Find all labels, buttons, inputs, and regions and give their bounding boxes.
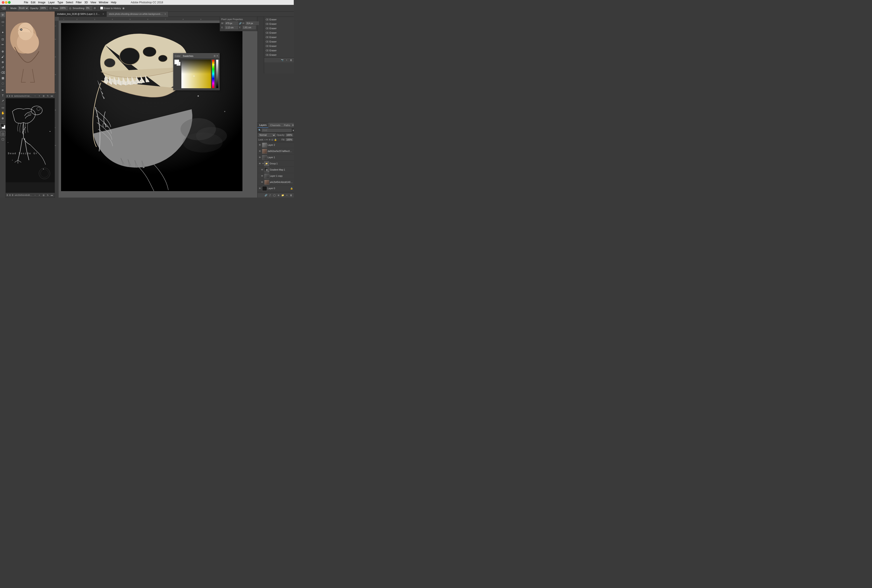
layer-item-gradient[interactable]: 👁 ▦ Gradient Map 1	[258, 167, 294, 173]
layer-eye-layer2[interactable]: 👁	[258, 144, 261, 147]
history-item-0[interactable]: ⌫ Eraser	[264, 17, 294, 22]
new-snapshot-btn[interactable]: 📷	[280, 58, 284, 62]
zoom-in-btn-b[interactable]: +	[37, 194, 41, 197]
zoom-tool[interactable]: ⊕	[0, 116, 5, 121]
smoothing-input[interactable]	[85, 6, 92, 10]
swatches-tab[interactable]: Swatches	[183, 55, 193, 57]
add-layer-btn[interactable]: +	[285, 194, 289, 197]
minimize-btn[interactable]	[5, 1, 7, 4]
zoom-in-btn[interactable]: +	[37, 94, 41, 98]
layer-eye-gradient[interactable]: 👁	[261, 168, 264, 171]
menu-filter[interactable]: Filter	[76, 1, 82, 4]
delete-state-btn[interactable]: 🗑	[289, 58, 293, 62]
history-item-6[interactable]: ⌫ Eraser	[264, 44, 294, 48]
hue-slider[interactable]	[212, 60, 214, 88]
layers-tab-paths[interactable]: Paths	[282, 123, 292, 128]
eyedropper-tool[interactable]: ✏	[0, 42, 5, 47]
brush-tool[interactable]: 🖌	[0, 54, 5, 59]
marquee-tool[interactable]: ▭	[0, 19, 5, 24]
history-item-4[interactable]: ⌫ Eraser	[264, 35, 294, 39]
layer-item-layer0[interactable]: 👁 Layer 0 🔒	[258, 185, 294, 192]
zoom-out-btn[interactable]: −	[33, 94, 37, 98]
layer-item-layer2[interactable]: 👁 Layer 2	[258, 142, 294, 148]
opacity-input[interactable]	[40, 6, 48, 10]
canvas-area[interactable]	[59, 21, 257, 198]
layer-eye-layer1[interactable]: 👁	[258, 156, 261, 159]
eraser-tool-icon[interactable]: ⌫	[1, 6, 6, 10]
tab-close-0[interactable]: ✕	[102, 13, 104, 15]
fill-value[interactable]	[286, 138, 293, 141]
lock-all-btn[interactable]: 🔒	[274, 138, 277, 141]
layer-item-layer1[interactable]: 👁 Layer 1	[258, 154, 294, 160]
tab-invitation-trex[interactable]: invitation_trex_0130 @ 500% (Layer 2, CM…	[55, 12, 106, 17]
fg-swatch[interactable]	[174, 60, 179, 64]
more-btn[interactable]: ▸▸	[50, 94, 54, 98]
menu-3d[interactable]: 3D	[84, 1, 88, 4]
close-btn[interactable]	[2, 1, 4, 4]
group-expand-icon[interactable]: ▼	[262, 163, 264, 165]
airbrush-icon[interactable]: ◎	[69, 7, 71, 10]
fit-btn-b[interactable]: ⊞	[42, 194, 45, 197]
menu-window[interactable]: Window	[99, 1, 108, 4]
menu-layer[interactable]: Layer	[48, 1, 55, 4]
menu-image[interactable]: Image	[38, 1, 45, 4]
x-input[interactable]	[225, 26, 238, 29]
blur-tool[interactable]: ◌	[0, 81, 5, 86]
layer-item-group1[interactable]: 👁 ▼ 📁 Group 1	[258, 160, 294, 167]
layers-filter-btn-1[interactable]: ◉	[293, 129, 294, 131]
smoothing-settings-icon[interactable]: ⚙	[94, 7, 96, 10]
more-btn-b[interactable]: ▸▸	[50, 194, 54, 197]
layer-item-photo[interactable]: 👁 da562ee5e257a88ec00827a...	[258, 148, 294, 154]
healing-tool[interactable]: ⊕	[0, 49, 5, 54]
layer-eye-group1[interactable]: 👁	[258, 162, 261, 165]
type-tool[interactable]: T	[0, 93, 5, 98]
history-item-3[interactable]: ⌫ Eraser	[264, 30, 294, 35]
delete-layer-btn[interactable]: 🗑	[289, 194, 293, 197]
erase-history-checkbox[interactable]	[100, 7, 103, 9]
shape-tool[interactable]: ▭	[0, 105, 5, 110]
menu-edit[interactable]: Edit	[31, 1, 35, 4]
spectrum-bar[interactable]	[216, 60, 219, 88]
move-tool[interactable]: ✛	[0, 12, 5, 17]
color-gradient-picker[interactable]	[181, 60, 211, 88]
color-tab[interactable]: Color	[175, 55, 180, 57]
history-brush-tool[interactable]: ↺	[0, 65, 5, 70]
add-group-btn[interactable]: 📁	[281, 194, 285, 197]
lasso-tool[interactable]: ⌒	[0, 24, 5, 29]
layer-eye-layer1copy[interactable]: 👁	[261, 174, 264, 178]
menu-select[interactable]: Select	[66, 1, 73, 4]
rotate-btn[interactable]: ↻	[46, 94, 49, 98]
mode-select[interactable]: Brush	[18, 6, 29, 10]
quick-select-tool[interactable]: ✦	[0, 30, 5, 35]
link-icon[interactable]: 🔗	[239, 22, 241, 24]
fit-btn[interactable]: ⊞	[42, 94, 45, 98]
pen-tool[interactable]: ✒	[0, 88, 5, 93]
crop-tool[interactable]: ⊡	[0, 37, 5, 42]
path-select-tool[interactable]: ↗	[0, 98, 5, 103]
layers-panel-expand[interactable]: ⊞	[292, 124, 294, 126]
erase-to-history-toggle[interactable]: Erase to History	[100, 7, 121, 9]
w-input[interactable]	[225, 21, 238, 25]
history-item-2[interactable]: ⌫ Eraser	[264, 26, 294, 30]
layer-eye-photo2[interactable]: 👁	[261, 181, 264, 184]
lock-transparent-btn[interactable]: ▪	[265, 138, 265, 141]
flow-input[interactable]	[59, 6, 68, 10]
fg-bg-color[interactable]	[0, 123, 6, 129]
color-panel-expand[interactable]: ⊞	[214, 55, 216, 57]
gradient-tool[interactable]: ▦	[0, 75, 5, 80]
layers-mode-select[interactable]: Normal	[258, 133, 276, 137]
tab-close-1[interactable]: ✕	[164, 13, 166, 15]
rotate-btn-b[interactable]: ↻	[46, 194, 49, 197]
layer-item-layer1copy[interactable]: 👁 Layer 1 copy	[258, 173, 294, 179]
lock-image-btn[interactable]: ✏	[266, 138, 268, 141]
history-item-8[interactable]: ⌫ Eraser	[264, 52, 294, 57]
screen-mode-btn[interactable]: ▢	[0, 136, 5, 141]
link-layers-btn[interactable]: 🔗	[264, 194, 268, 197]
menu-file[interactable]: File	[24, 1, 28, 4]
h-input[interactable]	[246, 21, 259, 25]
lock-position-btn[interactable]: ✛	[269, 138, 271, 141]
history-item-1[interactable]: ⌫ Eraser	[264, 22, 294, 26]
y-input[interactable]	[243, 26, 256, 29]
layer-eye-layer0[interactable]: 👁	[258, 187, 261, 190]
color-panel-close[interactable]: ✕	[216, 55, 218, 57]
